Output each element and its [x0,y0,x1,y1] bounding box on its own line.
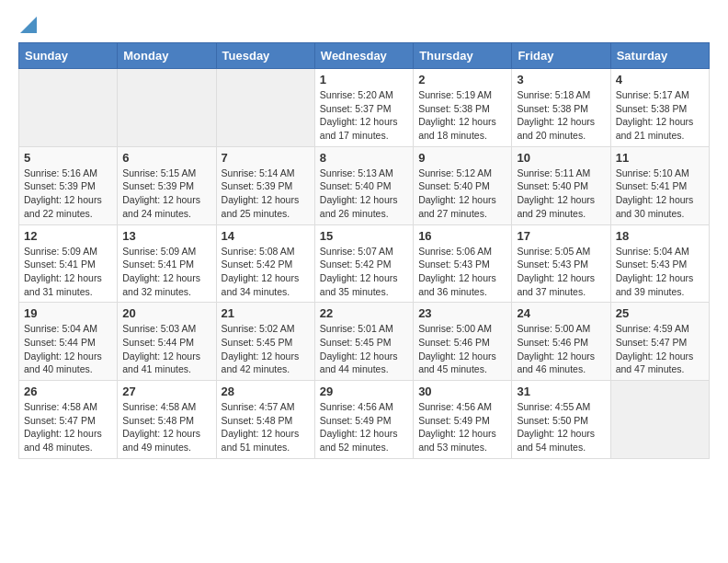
day-header-monday: Monday [118,43,216,69]
day-header-saturday: Saturday [610,43,709,69]
day-info: Sunrise: 5:07 AMSunset: 5:42 PMDaylight:… [320,245,408,299]
day-number: 23 [418,306,506,320]
day-info: Sunrise: 4:59 AMSunset: 5:47 PMDaylight:… [616,322,704,376]
day-header-thursday: Thursday [414,43,512,69]
calendar-cell: 1Sunrise: 5:20 AMSunset: 5:37 PMDaylight… [314,69,413,147]
calendar-cell: 26Sunrise: 4:58 AMSunset: 5:47 PMDayligh… [19,381,118,459]
calendar-week-3: 12Sunrise: 5:09 AMSunset: 5:41 PMDayligh… [19,224,710,303]
calendar-cell: 28Sunrise: 4:57 AMSunset: 5:48 PMDayligh… [216,381,314,459]
day-number: 22 [320,306,408,320]
calendar-cell: 12Sunrise: 5:09 AMSunset: 5:41 PMDayligh… [19,224,118,303]
day-info: Sunrise: 5:00 AMSunset: 5:46 PMDaylight:… [517,322,605,376]
day-number: 2 [418,73,506,86]
calendar-cell [216,69,314,147]
day-info: Sunrise: 5:13 AMSunset: 5:40 PMDaylight:… [320,167,408,221]
day-info: Sunrise: 4:56 AMSunset: 5:49 PMDaylight:… [418,400,506,454]
calendar-cell: 16Sunrise: 5:06 AMSunset: 5:43 PMDayligh… [414,224,512,303]
day-info: Sunrise: 5:04 AMSunset: 5:44 PMDaylight:… [24,322,112,376]
day-header-wednesday: Wednesday [314,43,413,69]
day-header-tuesday: Tuesday [216,43,314,69]
day-number: 18 [616,229,704,243]
calendar-cell: 11Sunrise: 5:10 AMSunset: 5:41 PMDayligh… [610,146,709,224]
day-number: 16 [418,229,506,243]
calendar-cell: 13Sunrise: 5:09 AMSunset: 5:41 PMDayligh… [118,224,216,303]
calendar-week-1: 1Sunrise: 5:20 AMSunset: 5:37 PMDaylight… [19,69,710,147]
day-info: Sunrise: 5:10 AMSunset: 5:41 PMDaylight:… [616,167,704,221]
day-info: Sunrise: 4:58 AMSunset: 5:48 PMDaylight:… [122,400,210,454]
day-number: 10 [517,151,605,165]
day-info: Sunrise: 5:12 AMSunset: 5:40 PMDaylight:… [418,167,506,221]
day-number: 25 [616,306,704,320]
svg-marker-0 [20,17,37,33]
calendar-cell: 22Sunrise: 5:01 AMSunset: 5:45 PMDayligh… [314,303,413,381]
day-info: Sunrise: 5:17 AMSunset: 5:38 PMDaylight:… [616,88,704,143]
calendar-cell: 17Sunrise: 5:05 AMSunset: 5:43 PMDayligh… [512,224,610,303]
day-number: 30 [418,385,506,398]
day-number: 17 [517,229,605,243]
day-number: 31 [517,385,605,398]
day-info: Sunrise: 5:04 AMSunset: 5:43 PMDaylight:… [616,245,704,299]
calendar-cell: 18Sunrise: 5:04 AMSunset: 5:43 PMDayligh… [610,224,709,303]
calendar-week-4: 19Sunrise: 5:04 AMSunset: 5:44 PMDayligh… [19,303,710,381]
logo [18,18,37,33]
day-number: 3 [517,73,605,86]
day-number: 21 [222,306,310,320]
calendar-cell: 20Sunrise: 5:03 AMSunset: 5:44 PMDayligh… [118,303,216,381]
day-number: 20 [122,306,210,320]
calendar: SundayMondayTuesdayWednesdayThursdayFrid… [18,42,710,459]
day-number: 4 [616,73,704,86]
day-info: Sunrise: 5:20 AMSunset: 5:37 PMDaylight:… [320,88,408,143]
day-number: 26 [24,385,112,398]
calendar-cell: 5Sunrise: 5:16 AMSunset: 5:39 PMDaylight… [19,146,118,224]
day-header-friday: Friday [512,43,610,69]
calendar-cell: 19Sunrise: 5:04 AMSunset: 5:44 PMDayligh… [19,303,118,381]
calendar-cell: 31Sunrise: 4:55 AMSunset: 5:50 PMDayligh… [512,381,610,459]
day-number: 9 [418,151,506,165]
day-info: Sunrise: 5:18 AMSunset: 5:38 PMDaylight:… [517,88,605,143]
day-number: 19 [24,306,112,320]
day-number: 8 [320,151,408,165]
day-info: Sunrise: 5:05 AMSunset: 5:43 PMDaylight:… [517,245,605,299]
day-info: Sunrise: 4:58 AMSunset: 5:47 PMDaylight:… [24,400,112,454]
day-info: Sunrise: 5:00 AMSunset: 5:46 PMDaylight:… [418,322,506,376]
calendar-cell: 8Sunrise: 5:13 AMSunset: 5:40 PMDaylight… [314,146,413,224]
calendar-cell: 7Sunrise: 5:14 AMSunset: 5:39 PMDaylight… [216,146,314,224]
calendar-cell: 4Sunrise: 5:17 AMSunset: 5:38 PMDaylight… [610,69,709,147]
calendar-cell: 25Sunrise: 4:59 AMSunset: 5:47 PMDayligh… [610,303,709,381]
day-number: 24 [517,306,605,320]
calendar-cell: 23Sunrise: 5:00 AMSunset: 5:46 PMDayligh… [414,303,512,381]
calendar-cell: 9Sunrise: 5:12 AMSunset: 5:40 PMDaylight… [414,146,512,224]
calendar-week-5: 26Sunrise: 4:58 AMSunset: 5:47 PMDayligh… [19,381,710,459]
day-info: Sunrise: 5:08 AMSunset: 5:42 PMDaylight:… [222,245,310,299]
day-number: 5 [24,151,112,165]
calendar-cell: 30Sunrise: 4:56 AMSunset: 5:49 PMDayligh… [414,381,512,459]
header [18,18,710,33]
calendar-week-2: 5Sunrise: 5:16 AMSunset: 5:39 PMDaylight… [19,146,710,224]
day-info: Sunrise: 4:57 AMSunset: 5:48 PMDaylight:… [222,400,310,454]
calendar-cell: 6Sunrise: 5:15 AMSunset: 5:39 PMDaylight… [118,146,216,224]
day-number: 13 [122,229,210,243]
logo-arrow-icon [20,17,37,33]
day-number: 14 [222,229,310,243]
calendar-cell: 24Sunrise: 5:00 AMSunset: 5:46 PMDayligh… [512,303,610,381]
calendar-cell: 15Sunrise: 5:07 AMSunset: 5:42 PMDayligh… [314,224,413,303]
calendar-cell: 10Sunrise: 5:11 AMSunset: 5:40 PMDayligh… [512,146,610,224]
day-header-sunday: Sunday [19,43,118,69]
calendar-cell [118,69,216,147]
day-info: Sunrise: 5:15 AMSunset: 5:39 PMDaylight:… [122,167,210,221]
day-number: 11 [616,151,704,165]
day-info: Sunrise: 5:11 AMSunset: 5:40 PMDaylight:… [517,167,605,221]
day-info: Sunrise: 5:14 AMSunset: 5:39 PMDaylight:… [222,167,310,221]
day-number: 29 [320,385,408,398]
day-number: 1 [320,73,408,86]
day-number: 12 [24,229,112,243]
day-info: Sunrise: 5:02 AMSunset: 5:45 PMDaylight:… [222,322,310,376]
header-row: SundayMondayTuesdayWednesdayThursdayFrid… [19,43,710,69]
day-number: 7 [222,151,310,165]
day-info: Sunrise: 5:09 AMSunset: 5:41 PMDaylight:… [122,245,210,299]
day-info: Sunrise: 5:16 AMSunset: 5:39 PMDaylight:… [24,167,112,221]
day-number: 6 [122,151,210,165]
calendar-cell: 21Sunrise: 5:02 AMSunset: 5:45 PMDayligh… [216,303,314,381]
day-info: Sunrise: 5:06 AMSunset: 5:43 PMDaylight:… [418,245,506,299]
day-info: Sunrise: 5:03 AMSunset: 5:44 PMDaylight:… [122,322,210,376]
